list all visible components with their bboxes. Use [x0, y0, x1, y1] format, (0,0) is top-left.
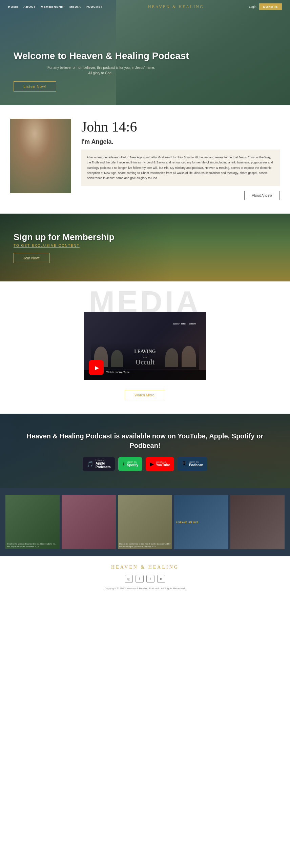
podcast-badges: 🎵 Listen on ApplePodcasts ♪ Listen on Sp… — [83, 457, 207, 471]
about-heading: I'm Angela. — [81, 138, 280, 145]
grid-item-5[interactable] — [230, 495, 285, 549]
navbar: HOME ABOUT MEMBERSHIP MEDIA PODCAST HEAV… — [0, 0, 290, 14]
about-cta-button[interactable]: About Angela — [244, 191, 280, 200]
apple-podcasts-badge[interactable]: 🎵 Listen on ApplePodcasts — [83, 457, 115, 471]
video-thumbnail: Watch later Share LEAVING the Occult Wat… — [84, 312, 206, 380]
podcast-section: Heaven & Healing Podcast is available no… — [0, 414, 290, 488]
spotify-icon: ♪ — [122, 461, 125, 467]
apple-icon: 🎵 — [87, 461, 94, 467]
membership-section: Sign up for Membership TO GET EXCLUSIVE … — [0, 214, 290, 281]
hero-title: Welcome to Heaven & Healing Podcast — [14, 50, 189, 62]
donate-button[interactable]: DONATE — [259, 3, 282, 10]
youtube-badge[interactable]: ▶ Watch on YouTube — [146, 457, 174, 471]
twitter-icon[interactable]: t — [146, 575, 154, 583]
membership-cta-button[interactable]: Join Now! — [14, 253, 49, 263]
hero-section: Welcome to Heaven & Healing Podcast For … — [0, 0, 290, 105]
podcast-background — [0, 414, 290, 488]
membership-subtitle: TO GET EXCLUSIVE CONTENT — [14, 244, 115, 248]
grid-item-1-text: Small is the gate and narrow the road th… — [5, 495, 60, 549]
podbean-icon: 🎙 — [182, 461, 187, 467]
grid-item-3[interactable]: Do not be conformed to this world, but b… — [118, 495, 172, 549]
nav-about[interactable]: ABOUT — [23, 5, 36, 8]
spotify-badge[interactable]: ♪ Listen on Spotify — [118, 457, 143, 471]
grid-item-4[interactable]: LIVE AND LET LIVE — [174, 495, 228, 549]
footer-social-icons: ◎ f t ▶ — [0, 575, 290, 583]
membership-content: Sign up for Membership TO GET EXCLUSIVE … — [0, 232, 128, 263]
media-section: MEDIA Watch later Share LEAVING the Occu… — [0, 281, 290, 414]
nav-links: HOME ABOUT MEMBERSHIP MEDIA PODCAST — [8, 5, 103, 8]
spotify-text: Listen on Spotify — [127, 461, 139, 467]
youtube-icon: ▶ — [150, 461, 154, 467]
grid-item-5-text — [230, 495, 285, 549]
social-grid-section: Small is the gate and narrow the road th… — [0, 488, 290, 556]
instagram-icon[interactable]: ◎ — [125, 575, 133, 583]
watch-more-button[interactable]: Watch More! — [125, 390, 165, 400]
grid-item-2-text — [62, 495, 116, 549]
bible-verse-script: John 14:6 — [81, 119, 280, 135]
about-section: John 14:6 I'm Angela. After a near decad… — [0, 105, 290, 214]
podbean-badge[interactable]: 🎙 Listen on Podbean — [178, 457, 207, 471]
footer-copyright: Copyright © 2023 Heaven & Healing Podcas… — [0, 587, 290, 590]
footer-logo: HEAVEN & HEALING — [0, 565, 290, 570]
podcast-title: Heaven & Healing Podcast is available no… — [14, 431, 276, 450]
grid-item-2[interactable] — [62, 495, 116, 549]
angela-photo-inner — [10, 119, 71, 193]
video-bar: Watch on YouTube — [84, 370, 206, 380]
grid-item-1[interactable]: Small is the gate and narrow the road th… — [5, 495, 60, 549]
membership-title: Sign up for Membership — [14, 232, 115, 242]
nav-media[interactable]: MEDIA — [69, 5, 81, 8]
apple-text: Listen on ApplePodcasts — [96, 459, 110, 469]
nav-membership[interactable]: MEMBERSHIP — [41, 5, 65, 8]
social-grid: Small is the gate and narrow the road th… — [5, 495, 285, 549]
facebook-icon[interactable]: f — [136, 575, 144, 583]
about-content: John 14:6 I'm Angela. After a near decad… — [81, 119, 280, 200]
watch-on-youtube-text: Watch on YouTube — [106, 371, 130, 374]
youtube-footer-icon[interactable]: ▶ — [157, 575, 165, 583]
grid-item-4-text: LIVE AND LET LIVE — [174, 495, 228, 549]
video-play-button[interactable] — [89, 360, 104, 375]
nav-podcast[interactable]: PODCAST — [86, 5, 103, 8]
podbean-text: Listen on Podbean — [189, 461, 203, 467]
media-video[interactable]: Watch later Share LEAVING the Occult Wat… — [84, 312, 206, 380]
video-overlay-text: Watch later Share — [173, 322, 196, 325]
footer: HEAVEN & HEALING ◎ f t ▶ Copyright © 202… — [0, 556, 290, 593]
angela-photo — [10, 119, 71, 193]
grid-item-3-text: Do not be conformed to this world, but b… — [118, 495, 172, 549]
hero-content: Welcome to Heaven & Healing Podcast For … — [0, 50, 203, 105]
nav-home[interactable]: HOME — [8, 5, 19, 8]
youtube-text: Watch on YouTube — [156, 461, 170, 467]
hero-subtitle: For any believer or non-believer, this p… — [14, 65, 189, 76]
about-body-text: After a near decade engulfed in New Age … — [81, 150, 280, 186]
nav-right: Login DONATE — [249, 3, 282, 10]
nav-brand: HEAVEN & HEALING — [148, 4, 204, 9]
hero-cta-button[interactable]: Listen Now! — [14, 81, 56, 92]
login-link[interactable]: Login — [249, 5, 256, 8]
